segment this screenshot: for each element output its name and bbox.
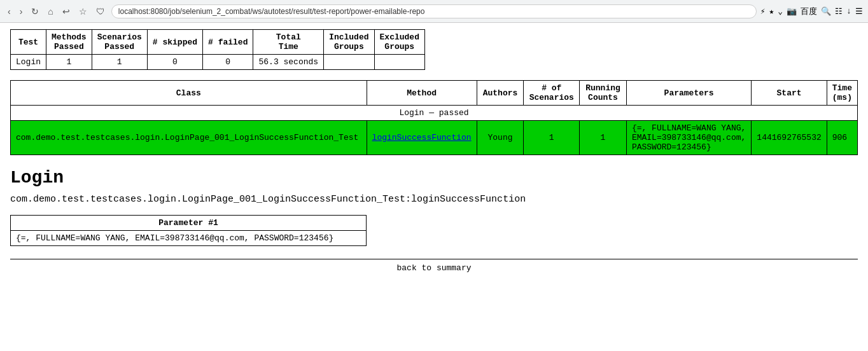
browser-chrome: ‹ › ↻ ⌂ ↩ ☆ 🛡 ⚡ ★ ⌄ 📷 百度 🔍 ☷ ↓ ☰ (0, 0, 868, 23)
col-running-counts: RunningCounts (580, 81, 627, 106)
col-test: Test (11, 30, 46, 55)
param-value: {=, FULLNAME=WANG YANG, EMAIL=398733146@… (11, 231, 367, 246)
download-icon: ↓ (846, 6, 851, 16)
summary-failed: 0 (203, 55, 253, 70)
col-included-groups: IncludedGroups (324, 30, 374, 55)
summary-data-row: Login 1 1 0 0 56.3 seconds (11, 55, 425, 70)
search-icon: 🔍 (821, 6, 831, 17)
shield-icon: 🛡 (94, 5, 108, 18)
address-bar[interactable] (111, 4, 757, 18)
col-class: Class (11, 81, 367, 106)
baidu-icon: 📷 (787, 6, 797, 17)
main-content: Test MethodsPassed ScenariosPassed # ski… (0, 23, 868, 279)
summary-excluded-groups (374, 55, 424, 70)
summary-scenarios-passed: 1 (92, 55, 147, 70)
detail-time-ms: 906 (827, 121, 857, 155)
col-skipped: # skipped (147, 30, 202, 55)
detail-header-row: Class Method Authors # ofScenarios Runni… (11, 81, 858, 106)
col-num-scenarios: # ofScenarios (524, 81, 580, 106)
detail-table: Class Method Authors # ofScenarios Runni… (10, 80, 858, 155)
detail-start: 1441692765532 (752, 121, 827, 155)
passed-label: Login — passed (11, 106, 858, 121)
col-authors: Authors (477, 81, 524, 106)
summary-included-groups (324, 55, 374, 70)
menu-icon: ☰ (855, 6, 863, 17)
baidu-label: 百度 (801, 6, 817, 17)
col-time-ms: Time(ms) (827, 81, 857, 106)
login-title: Login (10, 168, 858, 188)
col-parameters: Parameters (626, 81, 751, 106)
summary-methods-passed: 1 (46, 55, 92, 70)
col-failed: # failed (203, 30, 253, 55)
col-excluded-groups: ExcludedGroups (374, 30, 424, 55)
detail-class-name: com.demo.test.testcases.login.LoginPage_… (11, 121, 367, 155)
summary-header-row: Test MethodsPassed ScenariosPassed # ski… (11, 30, 425, 55)
undo-button[interactable]: ↩ (60, 5, 73, 18)
detail-authors: Young (477, 121, 524, 155)
parameter-table: Parameter #1 {=, FULLNAME=WANG YANG, EMA… (10, 215, 367, 246)
back-link-container: back to summary (10, 259, 858, 273)
detail-parameters: {=, FULLNAME=WANG YANG, EMAIL=398733146@… (626, 121, 751, 155)
method-link[interactable]: loginSuccessFunction (372, 133, 472, 142)
forward-button[interactable]: › (17, 5, 25, 18)
home-button[interactable]: ⌂ (45, 5, 55, 18)
chevron-down-icon: ⌄ (778, 6, 783, 17)
test-path: com.demo.test.testcases.login.LoginPage_… (10, 194, 858, 205)
bookmark-button[interactable]: ☆ (76, 5, 90, 18)
param-data-row: {=, FULLNAME=WANG YANG, EMAIL=398733146@… (11, 231, 367, 246)
col-total-time: TotalTime (253, 30, 324, 55)
detail-data-row: com.demo.test.testcases.login.LoginPage_… (11, 121, 858, 155)
summary-total-time: 56.3 seconds (253, 55, 324, 70)
reload-button[interactable]: ↻ (29, 5, 41, 18)
detail-running-counts: 1 (580, 121, 627, 155)
star-icon: ★ (769, 6, 774, 17)
param-header-row: Parameter #1 (11, 216, 367, 231)
col-methods-passed: MethodsPassed (46, 30, 92, 55)
summary-test-name: Login (11, 55, 46, 70)
col-scenarios-passed: ScenariosPassed (92, 30, 147, 55)
grid-icon: ☷ (835, 6, 843, 17)
detail-passed-header: Login — passed (11, 106, 858, 121)
col-start: Start (752, 81, 827, 106)
summary-table: Test MethodsPassed ScenariosPassed # ski… (10, 29, 425, 70)
col-method: Method (367, 81, 477, 106)
detail-method: loginSuccessFunction (367, 121, 477, 155)
summary-skipped: 0 (147, 55, 202, 70)
lightning-icon: ⚡ (760, 6, 766, 17)
detail-scenarios: 1 (524, 121, 580, 155)
back-to-summary-link[interactable]: back to summary (396, 263, 471, 273)
back-button[interactable]: ‹ (5, 5, 13, 18)
param-header: Parameter #1 (11, 216, 367, 231)
